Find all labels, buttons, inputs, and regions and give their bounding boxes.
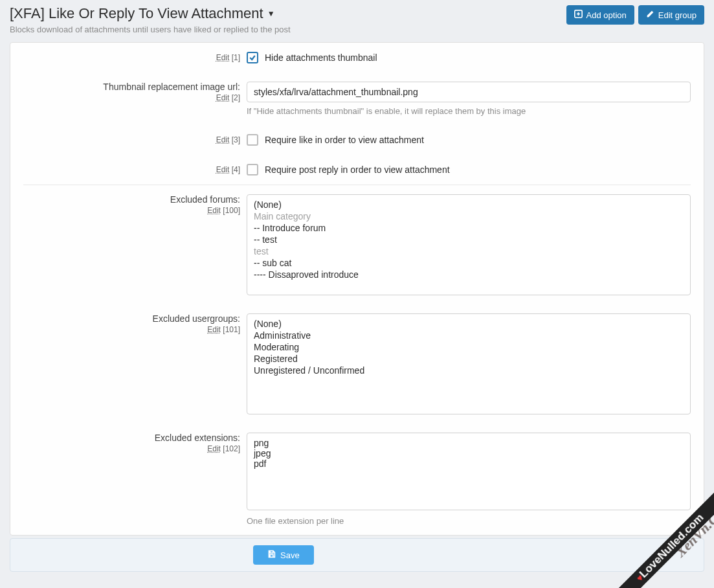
checkbox-unchecked-icon	[247, 164, 258, 175]
listbox-option[interactable]: -- Introduce forum	[254, 222, 684, 234]
row-excluded-extensions: Excluded extensions: Edit [102] One file…	[10, 424, 704, 535]
excluded-forums-listbox[interactable]: (None)Main category-- Introduce forum-- …	[247, 194, 691, 295]
edit-num-102: [102]	[223, 444, 240, 453]
edit-link-2[interactable]: Edit	[216, 93, 230, 102]
edit-num-1: [1]	[232, 53, 240, 62]
footer-bar: Save	[10, 538, 704, 572]
page-header: [XFA] Like Or Reply To View Attachment ▼…	[0, 0, 714, 42]
listbox-option[interactable]: Administrative	[254, 330, 684, 341]
listbox-option[interactable]: -- test	[254, 234, 684, 245]
require-reply-label: Require post reply in order to view atta…	[265, 164, 450, 175]
edit-link-100[interactable]: Edit	[207, 206, 221, 215]
edit-num-101: [101]	[223, 325, 240, 334]
thumbnail-url-input[interactable]	[247, 82, 691, 102]
listbox-option[interactable]: Moderating	[254, 341, 684, 353]
thumbnail-url-title: Thumbnail replacement image url:	[10, 82, 240, 92]
edit-link-1[interactable]: Edit	[216, 53, 230, 62]
edit-num-3: [3]	[232, 135, 240, 144]
require-like-checkbox[interactable]: Require like in order to view attachment	[247, 134, 691, 146]
add-option-button[interactable]: Add option	[566, 5, 634, 25]
save-button[interactable]: Save	[253, 545, 314, 565]
require-reply-checkbox[interactable]: Require post reply in order to view atta…	[247, 164, 691, 175]
listbox-option[interactable]: Registered	[254, 353, 684, 365]
edit-num-100: [100]	[223, 206, 240, 215]
page-description: Blocks download of attachments until use…	[10, 25, 566, 34]
plus-square-icon	[574, 10, 583, 20]
page-title[interactable]: [XFA] Like Or Reply To View Attachment ▼	[10, 5, 566, 22]
listbox-option[interactable]: Main category	[254, 210, 684, 222]
checkbox-checked-icon	[247, 52, 258, 63]
edit-num-2: [2]	[232, 93, 240, 102]
listbox-option[interactable]: (None)	[254, 199, 684, 210]
excluded-usergroups-title: Excluded usergroups:	[10, 313, 240, 324]
row-require-reply: Edit [4] Require post reply in order to …	[10, 155, 704, 185]
edit-link-102[interactable]: Edit	[207, 444, 221, 453]
hide-thumbnail-checkbox[interactable]: Hide attachments thumbnail	[247, 52, 691, 63]
excluded-extensions-title: Excluded extensions:	[10, 433, 240, 443]
pencil-icon	[646, 10, 654, 20]
page-title-text: [XFA] Like Or Reply To View Attachment	[10, 5, 263, 22]
row-hide-thumbnail: Edit [1] Hide attachments thumbnail	[10, 43, 704, 73]
edit-link-101[interactable]: Edit	[207, 325, 221, 334]
row-require-like: Edit [3] Require like in order to view a…	[10, 125, 704, 155]
checkbox-unchecked-icon	[247, 134, 258, 146]
excluded-forums-title: Excluded forums:	[10, 194, 240, 205]
listbox-option[interactable]: (None)	[254, 318, 684, 330]
row-excluded-forums: Excluded forums: Edit [100] (None)Main c…	[10, 185, 704, 304]
edit-link-3[interactable]: Edit	[216, 135, 230, 144]
listbox-option[interactable]: -- sub cat	[254, 257, 684, 269]
caret-down-icon: ▼	[267, 9, 275, 18]
listbox-option[interactable]: ---- Dissaproved introduce	[254, 269, 684, 280]
settings-panel: Edit [1] Hide attachments thumbnail Thum…	[10, 42, 704, 536]
excluded-extensions-help: One file extension per line	[247, 516, 691, 526]
hide-thumbnail-label: Hide attachments thumbnail	[265, 52, 377, 63]
row-thumbnail-url: Thumbnail replacement image url: Edit [2…	[10, 73, 704, 125]
row-excluded-usergroups: Excluded usergroups: Edit [101] (None)Ad…	[10, 304, 704, 424]
excluded-extensions-textarea[interactable]	[247, 433, 691, 510]
edit-group-button[interactable]: Edit group	[638, 5, 704, 25]
add-option-label: Add option	[586, 10, 627, 20]
thumbnail-url-help: If "Hide attachments thumbnail" is enabl…	[247, 106, 691, 116]
edit-num-4: [4]	[232, 165, 240, 174]
save-icon	[267, 550, 276, 560]
excluded-usergroups-listbox[interactable]: (None)AdministrativeModeratingRegistered…	[247, 313, 691, 414]
edit-group-label: Edit group	[658, 10, 697, 20]
listbox-option[interactable]: Unregistered / Unconfirmed	[254, 365, 684, 376]
save-label: Save	[280, 550, 300, 560]
listbox-option[interactable]: test	[254, 245, 684, 257]
edit-link-4[interactable]: Edit	[216, 165, 230, 174]
require-like-label: Require like in order to view attachment	[265, 135, 424, 145]
